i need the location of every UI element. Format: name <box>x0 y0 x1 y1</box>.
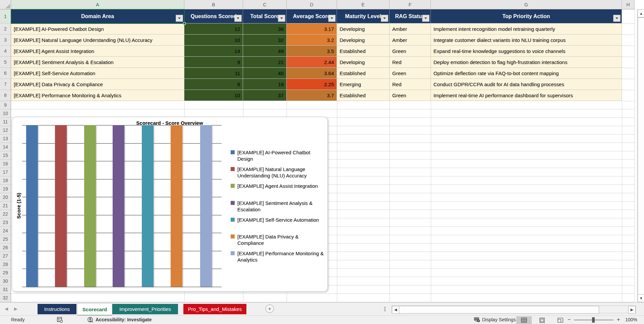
row-header-4[interactable]: 4 <box>0 46 11 57</box>
column-header-D[interactable]: D <box>287 0 337 9</box>
cell-domain-row5[interactable]: [EXAMPLE] Sentiment Analysis & Escalatio… <box>11 57 184 68</box>
row-header-11[interactable]: 11 <box>0 118 11 126</box>
cell-maturity-row2[interactable]: Developing <box>337 23 390 35</box>
filter-dropdown-button-F[interactable] <box>422 15 429 22</box>
row-header-7[interactable]: 7 <box>0 79 11 90</box>
column-header-C[interactable]: C <box>243 0 287 9</box>
table-header-G[interactable]: Top Priority Action <box>431 9 622 23</box>
filter-dropdown-button-E[interactable] <box>381 15 388 22</box>
cell-domain-row8[interactable]: [EXAMPLE] Performance Monitoring & Analy… <box>11 90 184 101</box>
row-header-12[interactable]: 12 <box>0 126 11 134</box>
cell-total-row2[interactable]: 38 <box>243 23 287 35</box>
cell-total-row3[interactable]: 32 <box>243 35 287 46</box>
zoom-in-button[interactable]: + <box>617 317 620 323</box>
cell-average-row3[interactable]: 3.2 <box>287 35 337 46</box>
legend-item-3[interactable]: [EXAMPLE] Agent Assist Integration <box>231 183 324 189</box>
cell-domain-row6[interactable]: [EXAMPLE] Self-Service Automation <box>11 68 184 79</box>
cell-questions-row7[interactable]: 8 <box>184 79 243 90</box>
column-header-F[interactable]: F <box>390 0 431 9</box>
row-header-15[interactable]: 15 <box>0 151 11 160</box>
row-header-18[interactable]: 18 <box>0 176 11 185</box>
row-header-31[interactable]: 31 <box>0 285 11 294</box>
table-header-C[interactable]: Total Score <box>243 9 287 23</box>
cell-total-row6[interactable]: 40 <box>243 68 287 79</box>
cell-questions-row3[interactable]: 10 <box>184 35 243 46</box>
horizontal-scroll-thumb[interactable] <box>399 306 599 314</box>
cell-maturity-row5[interactable]: Developing <box>337 57 390 68</box>
normal-view-button[interactable] <box>516 316 532 324</box>
row-header-32[interactable]: 32 <box>0 294 11 302</box>
cell-total-row7[interactable]: 18 <box>243 79 287 90</box>
cell-questions-row4[interactable]: 14 <box>184 46 243 57</box>
cell-rag-row2[interactable]: Amber <box>390 23 431 35</box>
horizontal-scrollbar[interactable]: ◀ ▶ <box>392 306 636 313</box>
cell-average-row5[interactable]: 2.44 <box>287 57 337 68</box>
cell-action-row2[interactable]: Implement intent recognition model retra… <box>431 23 622 35</box>
row-header-23[interactable]: 23 <box>0 218 11 227</box>
cell-domain-row3[interactable]: [EXAMPLE] Natural Language Understanding… <box>11 35 184 46</box>
cell-maturity-row8[interactable]: Established <box>337 90 390 101</box>
cell-average-row4[interactable]: 3.5 <box>287 46 337 57</box>
column-header-G[interactable]: G <box>431 0 622 9</box>
cell-domain-row7[interactable]: [EXAMPLE] Data Privacy & Compliance <box>11 79 184 90</box>
row-header-6[interactable]: 6 <box>0 68 11 79</box>
table-header-A[interactable]: Domain Area <box>11 9 184 23</box>
table-header-F[interactable]: RAG Status <box>390 9 431 23</box>
cell-questions-row8[interactable]: 10 <box>184 90 243 101</box>
row-header-3[interactable]: 3 <box>0 35 11 46</box>
row-header-2[interactable]: 2 <box>0 23 11 35</box>
scroll-right-button[interactable]: ▶ <box>628 306 636 314</box>
cell-rag-row8[interactable]: Green <box>390 90 431 101</box>
row-header-8[interactable]: 8 <box>0 90 11 101</box>
cell-questions-row2[interactable]: 12 <box>184 23 243 35</box>
cell-rag-row6[interactable]: Green <box>390 68 431 79</box>
zoom-slider-thumb[interactable] <box>592 317 595 323</box>
row-header-30[interactable]: 30 <box>0 277 11 285</box>
cell-rag-row7[interactable]: Red <box>390 79 431 90</box>
select-all-button[interactable] <box>0 0 11 9</box>
row-header-13[interactable]: 13 <box>0 134 11 143</box>
vertical-scroll-thumb[interactable] <box>638 17 644 302</box>
legend-item-2[interactable]: [EXAMPLE] Natural Language Understanding… <box>231 166 324 179</box>
table-header-E[interactable]: Maturity Level <box>337 9 390 23</box>
row-header-17[interactable]: 17 <box>0 168 11 176</box>
new-sheet-button[interactable]: + <box>266 305 274 313</box>
cell-average-row6[interactable]: 3.64 <box>287 68 337 79</box>
filter-dropdown-button-C[interactable] <box>278 15 285 22</box>
cell-maturity-row7[interactable]: Emerging <box>337 79 390 90</box>
legend-item-4[interactable]: [EXAMPLE] Sentiment Analysis & Escalatio… <box>231 200 324 213</box>
row-header-14[interactable]: 14 <box>0 143 11 151</box>
cell-domain-row4[interactable]: [EXAMPLE] Agent Assist Integration <box>11 46 184 57</box>
filter-dropdown-button-A[interactable] <box>176 15 183 22</box>
cell-action-row8[interactable]: Implement real-time AI performance dashb… <box>431 90 622 101</box>
row-header-9[interactable]: 9 <box>0 101 11 109</box>
cell-average-row7[interactable]: 2.25 <box>287 79 337 90</box>
row-header-1[interactable]: 1 <box>0 9 11 23</box>
cell-total-row4[interactable]: 49 <box>243 46 287 57</box>
legend-item-6[interactable]: [EXAMPLE] Data Privacy & Compliance <box>231 233 324 246</box>
cell-questions-row6[interactable]: 11 <box>184 68 243 79</box>
display-settings-label[interactable]: Display Settings <box>482 317 516 322</box>
table-header-D[interactable]: Average Score <box>287 9 337 23</box>
sheet-tab-improvement_priorities[interactable]: Improvement_Priorities <box>112 304 178 314</box>
filter-dropdown-button-G[interactable] <box>613 15 621 22</box>
column-header-E[interactable]: E <box>337 0 390 9</box>
scrollbar-drag-handle-icon[interactable]: ••• <box>384 307 386 312</box>
scroll-up-button[interactable]: ▲ <box>638 9 644 17</box>
cell-maturity-row4[interactable]: Established <box>337 46 390 57</box>
row-header-26[interactable]: 26 <box>0 244 11 252</box>
sheet-tab-scorecard[interactable]: Scorecard <box>77 303 112 316</box>
scroll-down-button[interactable]: ▼ <box>638 294 644 302</box>
column-header-H[interactable]: H <box>622 0 635 9</box>
sheet-tab-instructions[interactable]: Instructions <box>38 304 76 314</box>
row-header-29[interactable]: 29 <box>0 269 11 277</box>
page-layout-view-button[interactable] <box>534 316 550 324</box>
accessibility-status[interactable]: Accessibility: Investigate <box>96 317 152 322</box>
zoom-level[interactable]: 100% <box>625 317 637 322</box>
cell-action-row7[interactable]: Conduct GDPR/CCPA audit for AI data hand… <box>431 79 622 90</box>
cell-maturity-row6[interactable]: Established <box>337 68 390 79</box>
legend-item-7[interactable]: [EXAMPLE] Performance Monitoring & Analy… <box>231 250 324 263</box>
cell-action-row3[interactable]: Integrate customer dialect variants into… <box>431 35 622 46</box>
column-header-B[interactable]: B <box>184 0 243 9</box>
row-header-28[interactable]: 28 <box>0 260 11 269</box>
